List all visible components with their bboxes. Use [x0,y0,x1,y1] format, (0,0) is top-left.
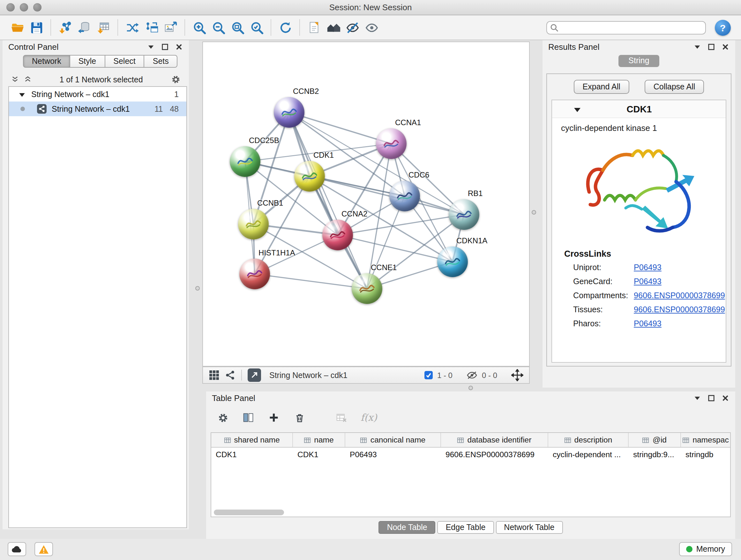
column-header-namespac[interactable]: namespac [681,433,730,447]
network-edge[interactable] [289,112,367,289]
column-header--id[interactable]: @id [629,433,681,447]
vertical-splitter-handle[interactable] [532,210,536,214]
network-edge[interactable] [255,274,367,289]
window-title: Session: New Session [0,0,741,15]
panel-menu-icon[interactable] [693,394,701,402]
table-settings-gear-icon[interactable] [216,411,229,424]
network-node-hist1h1a[interactable] [239,259,270,289]
expand-all-icon[interactable] [23,75,32,84]
network-node-cdkn1a[interactable] [437,246,468,277]
panel-menu-icon[interactable] [693,43,701,51]
network-node-cdc25b[interactable] [230,146,260,177]
memory-button[interactable]: Memory [679,542,732,556]
network-node-ccna1[interactable] [376,128,407,159]
network-node-cdk1[interactable] [294,161,325,192]
pan-crosshair-icon[interactable] [511,369,523,381]
network-edges-layer [203,42,529,366]
show-all-button[interactable] [324,18,343,37]
column-header-shared-name[interactable]: shared name [211,433,293,447]
new-network-button[interactable] [123,18,142,37]
hidden-eye-slash-icon[interactable] [467,370,477,381]
tab-string[interactable]: String [618,55,659,67]
zoom-in-button[interactable] [190,18,209,37]
network-edge[interactable] [310,176,464,214]
delete-column-trash-icon[interactable] [293,411,306,424]
panel-float-icon[interactable] [161,43,169,51]
tab-network-table[interactable]: Network Table [495,521,562,534]
node-label-cdk1: CDK1 [313,151,334,160]
column-header-name[interactable]: name [293,433,345,447]
search-input[interactable] [546,21,706,34]
disclosure-triangle-icon[interactable] [574,103,581,115]
crosslink-row: Pharos:P06493 [552,317,726,331]
application-window: Session: New Session [0,0,741,560]
import-network-file-button[interactable] [56,18,75,37]
crosslink-link[interactable]: P06493 [634,319,662,328]
export-image-button[interactable] [161,18,180,37]
horizontal-splitter-handle[interactable] [468,386,473,390]
grid-view-icon[interactable] [209,370,219,381]
apply-layout-button[interactable] [276,18,295,37]
hide-selected-button[interactable] [343,18,362,37]
tab-sets[interactable]: Sets [145,55,178,68]
zoom-out-button[interactable] [209,18,228,37]
disclosure-triangle-icon[interactable] [19,90,25,99]
cloud-button[interactable] [8,542,26,556]
import-table-button[interactable] [94,18,113,37]
panel-close-icon[interactable] [721,43,730,51]
collapse-all-icon[interactable] [11,75,19,84]
crosslink-link[interactable]: P06493 [634,263,662,272]
import-network-database-button[interactable] [75,18,94,37]
gear-icon[interactable] [171,74,181,84]
panel-close-icon[interactable] [721,394,730,402]
vertical-splitter-handle[interactable] [195,286,200,291]
panel-float-icon[interactable] [707,394,716,402]
network-node-rb1[interactable] [449,199,479,230]
save-session-button[interactable] [27,18,46,37]
network-node-ccnb2[interactable] [274,97,305,128]
panel-close-icon[interactable] [175,43,183,51]
column-header-canonical-name[interactable]: canonical name [345,433,441,447]
delete-table-icon[interactable] [335,411,348,424]
panel-float-icon[interactable] [707,43,716,51]
scrollbar-thumb[interactable] [214,509,284,515]
selected-checkbox[interactable] [424,371,433,379]
network-node-ccne1[interactable] [352,273,382,304]
expand-all-button[interactable]: Expand All [574,80,629,94]
help-button[interactable]: ? [715,19,731,36]
tab-node-table[interactable]: Node Table [379,521,435,534]
crosslink-link[interactable]: 9606.ENSP00000378699 [634,291,725,300]
zoom-fit-button[interactable] [228,18,247,37]
warnings-button[interactable] [35,542,53,556]
open-in-new-window-button[interactable] [248,368,261,382]
network-node-ccnb1[interactable] [238,209,269,240]
network-canvas[interactable]: CCNB2CCNA1CDC25BCDK1CDC6RB1CCNB1CCNA2CDK… [202,42,530,367]
collapse-all-button[interactable]: Collapse All [645,80,704,94]
show-hidden-button[interactable] [362,18,381,37]
network-overview-icon[interactable] [225,370,235,381]
network-collection-row[interactable]: String Network – cdk1 1 [9,87,186,102]
tab-select[interactable]: Select [105,55,145,68]
zoom-selected-button[interactable] [247,18,266,37]
node-label-cdc6: CDC6 [408,171,429,179]
add-column-icon[interactable] [267,411,280,424]
network-row-selected[interactable]: String Network – cdk1 1148 [9,102,186,116]
crosslink-link[interactable]: P06493 [634,277,662,286]
clone-network-button[interactable] [305,18,324,37]
tab-network[interactable]: Network [23,55,70,68]
network-node-cdc6[interactable] [389,181,420,211]
crosslink-link[interactable]: 9606.ENSP00000378699 [634,305,725,314]
open-session-button[interactable] [8,18,27,37]
column-header-description[interactable]: description [548,433,629,447]
function-builder-icon[interactable]: f(x) [360,412,377,423]
panel-menu-icon[interactable] [147,43,155,51]
network-node-ccna2[interactable] [322,220,353,250]
network-from-table-button[interactable] [142,18,161,37]
tab-style[interactable]: Style [70,55,105,68]
show-columns-icon[interactable] [242,411,255,424]
column-header-database-identifier[interactable]: database identifier [441,433,548,447]
table-row[interactable]: CDK1CDK1P064939606.ENSP00000378699cyclin… [211,448,730,461]
table-cell: cyclin-dependent ... [548,450,629,459]
tab-edge-table[interactable]: Edge Table [437,521,494,534]
network-edge[interactable] [289,112,391,144]
